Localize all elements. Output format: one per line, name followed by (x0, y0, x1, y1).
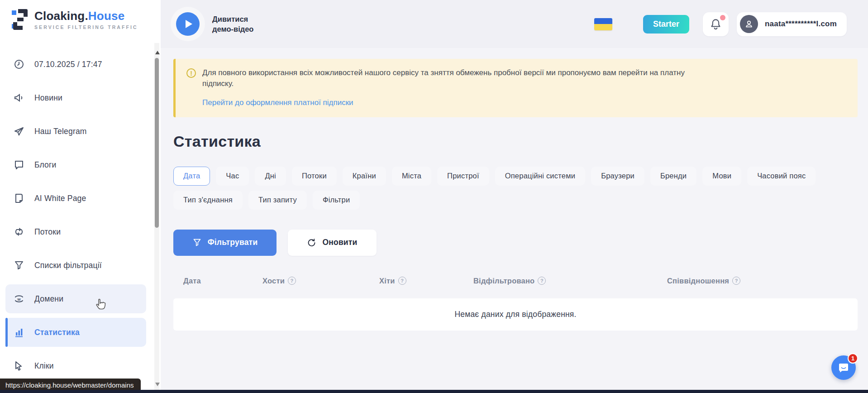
sidebar: Cloaking.House SERVICE FILTERING TRAFFIC… (0, 0, 161, 393)
sidebar-item-blogs[interactable]: Блоги (5, 150, 146, 179)
stats-filter-chips-row1: Дата Час Дні Потоки Країни Міста Пристро… (173, 167, 858, 186)
sidebar-item-statistics[interactable]: Статистика (5, 318, 146, 347)
brand-name: Cloaking.House (34, 9, 138, 23)
demo-video-label[interactable]: Дивитися демо-відео (212, 14, 253, 34)
help-icon[interactable] (398, 277, 406, 285)
col-ratio: Співвідношення (667, 277, 740, 285)
col-date: Дата (183, 277, 201, 285)
clock-icon (14, 59, 24, 70)
warning-icon: ! (186, 68, 196, 78)
play-icon (186, 20, 192, 28)
help-icon[interactable] (288, 277, 296, 285)
help-icon[interactable] (732, 277, 740, 285)
sidebar-item-clicks[interactable]: Кліки (5, 351, 146, 380)
brand-tagline: SERVICE FILTERING TRAFFIC (34, 24, 138, 30)
stats-filter-chips-row2: Тип з'єднання Тип запиту Фільтри (173, 191, 858, 210)
avatar (740, 15, 758, 33)
filter-button[interactable]: Фільтрувати (173, 230, 277, 256)
telegram-icon (14, 126, 24, 137)
trial-warning-banner: ! Для повного використання всіх можливос… (173, 59, 858, 117)
chat-unread-badge: 1 (848, 353, 858, 364)
chat-widget-button[interactable]: 1 (831, 355, 856, 380)
chip-days[interactable]: Дні (255, 167, 286, 186)
col-filtered: Відфільтровано (473, 277, 546, 285)
col-hits: Хіти (379, 277, 406, 285)
scrollbar-down-arrow[interactable] (155, 383, 160, 386)
svg-text:w: w (17, 297, 21, 302)
sidebar-item-filter-lists[interactable]: Списки фільтрації (5, 251, 146, 280)
bar-chart-icon (14, 327, 24, 338)
sidebar-scrollbar-thumb[interactable] (155, 58, 159, 228)
sidebar-datetime: 07.10.2025 / 17:47 (5, 50, 146, 79)
chip-brands[interactable]: Бренди (650, 167, 696, 186)
funnel-icon (192, 238, 202, 247)
sidebar-item-telegram[interactable]: Наш Telegram (5, 117, 146, 146)
sidebar-item-ai-white-page[interactable]: AI White Page (5, 184, 146, 213)
topbar: Дивитися демо-відео Starter naata*******… (161, 0, 868, 48)
megaphone-icon (14, 92, 24, 103)
banner-text: Для повного використання всіх можливосте… (202, 67, 685, 89)
chip-date[interactable]: Дата (173, 167, 210, 186)
account-email: naata**********l.com (765, 19, 837, 29)
refresh-icon (307, 238, 316, 247)
chip-operating-systems[interactable]: Операційні системи (495, 167, 585, 186)
chip-devices[interactable]: Пристрої (437, 167, 489, 186)
notification-dot (720, 15, 725, 20)
scrollbar-up-arrow[interactable] (155, 51, 160, 54)
chip-countries[interactable]: Країни (343, 167, 386, 186)
chip-timezone[interactable]: Часовий пояс (747, 167, 816, 186)
bell-icon (710, 18, 722, 30)
chip-connection-type[interactable]: Тип з'єднання (173, 191, 243, 210)
empty-state-row: Немає даних для відображення. (173, 298, 858, 331)
sidebar-item-domains[interactable]: w Домени (5, 284, 146, 313)
col-hosts: Хости (262, 277, 296, 285)
loop-icon (14, 226, 24, 237)
chip-streams[interactable]: Потоки (292, 167, 337, 186)
funnel-icon (14, 260, 24, 271)
chip-languages[interactable]: Мови (702, 167, 741, 186)
plan-starter-button[interactable]: Starter (643, 15, 689, 34)
sidebar-item-news[interactable]: Новини (5, 83, 146, 112)
actions-row: Фільтрувати Оновити (173, 230, 858, 256)
person-icon (744, 19, 754, 29)
brand-logo-icon (12, 9, 29, 30)
page-title: Статистика (173, 133, 858, 150)
chip-time[interactable]: Час (216, 167, 249, 186)
window-bottom-edge (0, 390, 868, 393)
empty-state-text: Немає даних для відображення. (454, 310, 576, 319)
brand-logo[interactable]: Cloaking.House SERVICE FILTERING TRAFFIC (12, 9, 138, 30)
sidebar-item-streams[interactable]: Потоки (5, 217, 146, 246)
sidebar-nav: 07.10.2025 / 17:47 Новини Наш Telegram Б… (0, 50, 155, 385)
chat-bubble-icon (14, 159, 24, 170)
chat-smile-icon (837, 361, 850, 374)
chip-cities[interactable]: Міста (392, 167, 431, 186)
notifications-button[interactable] (703, 12, 729, 36)
domain-icon: w (14, 293, 24, 304)
chip-browsers[interactable]: Браузери (591, 167, 644, 186)
page-icon (14, 193, 24, 204)
upgrade-subscription-link[interactable]: Перейти до оформлення платної підписки (202, 98, 353, 107)
stats-table-header: Дата Хости Хіти Відфільтровано Співвідно… (173, 277, 858, 293)
chip-request-type[interactable]: Тип запиту (248, 191, 307, 210)
account-menu[interactable]: naata**********l.com (737, 12, 847, 36)
chip-filters[interactable]: Фільтри (313, 191, 360, 210)
cursor-icon (14, 360, 24, 371)
language-flag-ukraine[interactable] (594, 18, 612, 30)
main-content: ! Для повного використання всіх можливос… (161, 48, 868, 390)
play-demo-button[interactable] (176, 12, 200, 36)
help-icon[interactable] (538, 277, 546, 285)
refresh-button[interactable]: Оновити (288, 230, 377, 256)
